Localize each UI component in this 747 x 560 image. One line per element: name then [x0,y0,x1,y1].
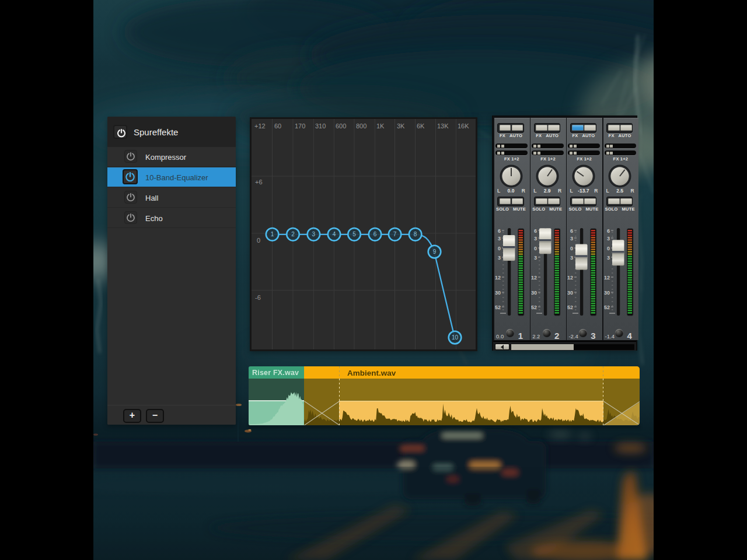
svg-text:52: 52 [567,304,573,310]
svg-text:3K: 3K [397,123,405,130]
svg-text:3: 3 [498,236,501,242]
svg-text:3: 3 [607,255,610,261]
svg-text:13K: 13K [437,123,449,130]
svg-text:4: 4 [333,231,336,237]
svg-text:12: 12 [495,275,501,281]
svg-text:1K: 1K [376,123,385,130]
svg-text:600: 600 [336,123,346,130]
svg-text:52: 52 [604,304,610,310]
svg-text:30: 30 [604,290,610,296]
svg-text:0: 0 [498,246,501,251]
svg-text:3: 3 [607,236,610,242]
svg-text:16K: 16K [458,123,469,130]
svg-text:52: 52 [531,304,537,310]
svg-text:6K: 6K [417,123,425,130]
svg-text:0: 0 [257,237,260,244]
svg-text:12: 12 [531,275,537,281]
svg-text:3: 3 [312,231,316,237]
svg-text:30: 30 [567,290,573,296]
svg-text:6: 6 [607,228,610,234]
svg-text:+6: +6 [255,178,263,186]
svg-text:3: 3 [534,236,537,242]
svg-text:800: 800 [356,123,366,130]
svg-text:1: 1 [271,231,274,237]
svg-text:6: 6 [570,228,573,234]
svg-text:6: 6 [534,228,537,234]
svg-text:+12: +12 [254,123,266,130]
svg-text:6: 6 [498,228,501,234]
svg-text:2: 2 [291,231,295,237]
svg-text:6: 6 [374,231,377,237]
svg-text:12: 12 [604,275,610,281]
svg-text:3: 3 [570,236,573,242]
svg-text:0: 0 [607,246,610,251]
svg-text:30: 30 [531,290,537,296]
svg-text:0: 0 [570,246,573,251]
svg-text:8: 8 [414,231,417,237]
svg-text:170: 170 [295,123,305,130]
svg-text:5: 5 [352,231,356,237]
svg-text:60: 60 [274,123,281,130]
svg-text:-6: -6 [255,294,261,301]
svg-text:3: 3 [498,255,501,261]
svg-text:3: 3 [534,255,537,261]
svg-text:3: 3 [570,255,573,261]
svg-text:12: 12 [567,275,573,281]
svg-text:9: 9 [433,249,437,255]
svg-text:52: 52 [495,304,501,310]
svg-text:310: 310 [315,123,326,130]
svg-text:30: 30 [495,290,501,296]
svg-text:7: 7 [393,231,397,237]
svg-text:0: 0 [534,246,537,251]
svg-text:10: 10 [452,334,459,341]
